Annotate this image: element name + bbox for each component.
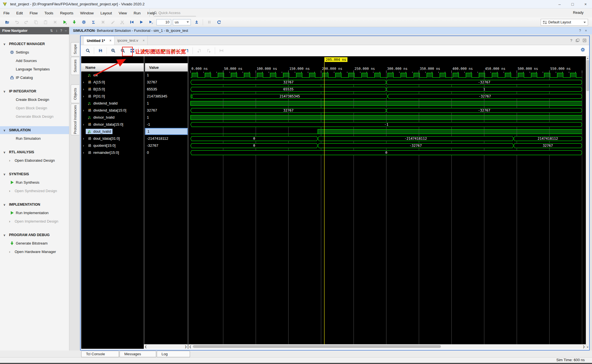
signal-row[interactable]: divisor_tvalid xyxy=(81,114,144,121)
menu-layout[interactable]: Layout xyxy=(97,10,115,16)
time-unit-dropdown[interactable]: us xyxy=(173,19,191,25)
expand-icon[interactable]: › xyxy=(81,108,86,112)
signal-row[interactable]: ›P[31:0] xyxy=(81,93,144,100)
sidebar-section-program-and-debug[interactable]: ∨PROGRAM AND DEBUG xyxy=(0,231,69,239)
scroll-right-icon[interactable]: ❯ xyxy=(582,345,586,348)
close-icon[interactable]: × xyxy=(585,29,587,33)
minimize-button[interactable]: – xyxy=(553,0,566,8)
tab-ipcore-test-v[interactable]: ipcore_test.v× xyxy=(114,36,148,45)
sidebar-item-create-block-design[interactable]: Create Block Design xyxy=(0,95,69,104)
wave-hscrollbar[interactable]: ❮ ❯ xyxy=(188,344,586,349)
run-all-icon[interactable] xyxy=(137,19,145,26)
tab-untitled-1-[interactable]: Untitled 1*× xyxy=(84,36,114,45)
side-tab-scope[interactable]: Scope xyxy=(71,42,79,56)
wave-settings-gear-icon[interactable] xyxy=(580,47,585,53)
signal-name-cell[interactable]: quotient[15:0] xyxy=(86,143,117,148)
sidebar-section-ip-integrator[interactable]: ∨IP INTEGRATOR xyxy=(0,87,69,95)
signal-value-cell[interactable]: 1 xyxy=(145,72,188,79)
signal-row[interactable]: ›dividend_tdata[15:0] xyxy=(81,107,144,114)
expand-icon[interactable]: › xyxy=(81,87,86,91)
signal-value-cell[interactable]: -1 xyxy=(145,121,188,128)
side-tab-objects[interactable]: Objects xyxy=(71,85,79,103)
sidebar-item-settings[interactable]: Settings xyxy=(0,48,69,56)
scroll-down-icon[interactable]: ▼ xyxy=(586,345,589,349)
signal-row[interactable]: ›B[15:0] xyxy=(81,86,144,93)
maximize-button[interactable]: □ xyxy=(566,0,579,8)
sidebar-section-rtl-analysis[interactable]: ∨RTL ANALYSIS xyxy=(0,148,69,156)
search-input[interactable]: Quick Access xyxy=(154,10,196,16)
close-icon[interactable]: × xyxy=(143,39,145,43)
sidebar-item-language-templates[interactable]: Language Templates xyxy=(0,65,69,73)
name-panel-hscrollbar[interactable]: ❮ ❯ xyxy=(144,344,188,349)
sidebar-item-ip-catalog[interactable]: IP Catalog xyxy=(0,73,69,82)
signal-value-cell[interactable]: 32767 xyxy=(145,79,188,86)
sidebar-section-simulation[interactable]: ∨SIMULATION xyxy=(0,126,69,134)
signal-name-cell[interactable]: divisor_tdata[15:0] xyxy=(86,122,125,127)
waveform-canvas[interactable]: 0.000 ns50.000 ns100.000 ns150.000 ns200… xyxy=(188,56,586,344)
signal-name-cell[interactable]: remainder[15:0] xyxy=(86,150,120,155)
signal-name-cell[interactable]: dividend_tvalid xyxy=(86,101,119,106)
expand-icon[interactable]: › xyxy=(81,80,86,84)
tab-messages[interactable]: Messages xyxy=(120,351,156,357)
signal-row[interactable]: ›divisor_tdata[15:0] xyxy=(81,121,144,128)
side-tab-sources[interactable]: Sources xyxy=(71,57,79,75)
expand-all-icon[interactable]: ↕ xyxy=(56,29,58,33)
close-icon[interactable]: × xyxy=(109,39,111,43)
side-tab-protocol-instances[interactable]: Protocol Instances xyxy=(71,104,79,135)
signal-value-cell[interactable]: 1 xyxy=(145,114,188,121)
find-icon[interactable] xyxy=(84,47,91,54)
signal-value-cell[interactable]: 32767 xyxy=(145,107,188,114)
signal-value-cell[interactable]: -2147418112 xyxy=(145,135,188,142)
sidebar-item-add-sources[interactable]: Add Sources xyxy=(0,56,69,65)
signal-name-cell[interactable]: dout_tvalid xyxy=(86,129,112,134)
help-icon[interactable]: ? xyxy=(579,29,581,33)
signal-name-cell[interactable]: P[31:0] xyxy=(86,94,106,99)
signal-value-cell[interactable]: 1 xyxy=(145,100,188,107)
tab-tcl-console[interactable]: Tcl Console xyxy=(81,351,119,357)
sidebar-section-implementation[interactable]: ∨IMPLEMENTATION xyxy=(0,201,69,208)
step-icon[interactable] xyxy=(193,19,200,26)
vertical-scrollbar[interactable]: ▲ ▼ xyxy=(586,56,589,349)
expand-icon[interactable]: › xyxy=(81,143,86,148)
open-project-icon[interactable] xyxy=(3,19,11,26)
signal-name-cell[interactable]: A[15:0] xyxy=(86,79,106,85)
signal-row[interactable]: ›quotient[15:0] xyxy=(81,142,144,149)
run-for-time-icon[interactable]: (T) xyxy=(147,19,155,26)
zoom-in-icon[interactable] xyxy=(109,47,117,54)
restart-simulation-icon[interactable] xyxy=(128,19,136,26)
scroll-up-icon[interactable]: ▲ xyxy=(586,56,589,60)
signal-name-cell[interactable]: B[15:0] xyxy=(86,86,106,92)
signal-value-cell[interactable]: 65535 xyxy=(145,86,188,93)
scroll-left-icon[interactable]: ❮ xyxy=(144,345,148,348)
sidebar-section-project-manager[interactable]: ∨PROJECT MANAGER xyxy=(0,40,69,48)
expand-icon[interactable]: › xyxy=(81,122,86,126)
signal-row[interactable]: dout_tvalid xyxy=(81,128,144,135)
sidebar-item-generate-bitstream[interactable]: Generate Bitstream xyxy=(0,239,69,247)
expand-icon[interactable]: › xyxy=(81,136,86,141)
sidebar-item-run-simulation[interactable]: Run Simulation xyxy=(0,134,69,143)
run-icon[interactable] xyxy=(61,19,69,26)
signal-row[interactable]: ›dout_tdata[31:0] xyxy=(81,135,144,142)
signal-value-cell[interactable]: -32767 xyxy=(145,142,188,149)
generate-bitstream-icon[interactable] xyxy=(70,19,78,26)
signal-row[interactable]: dividend_tvalid xyxy=(81,100,144,107)
menu-edit[interactable]: Edit xyxy=(13,10,26,16)
signal-name-cell[interactable]: divisor_tvalid xyxy=(86,115,116,120)
layout-selector-dropdown[interactable]: Default Layout xyxy=(541,19,588,26)
relaunch-icon[interactable] xyxy=(215,19,223,26)
run-time-input[interactable]: 10 xyxy=(156,19,171,25)
close-button[interactable]: × xyxy=(579,0,592,8)
menu-reports[interactable]: Reports xyxy=(57,10,77,16)
expand-icon[interactable]: › xyxy=(81,150,86,155)
signal-value-cell[interactable]: 1 xyxy=(145,128,188,135)
settings-gear-icon[interactable] xyxy=(80,19,88,26)
scroll-left-icon[interactable]: ❮ xyxy=(188,345,192,348)
sidebar-item-open-hardware-manager[interactable]: ›Open Hardware Manager xyxy=(0,247,69,256)
float-window-icon[interactable] xyxy=(576,39,579,42)
menu-tools[interactable]: Tools xyxy=(41,10,57,16)
scrollbar-thumb[interactable] xyxy=(586,60,589,91)
sidebar-item-open-elaborated-design[interactable]: ›Open Elaborated Design xyxy=(0,156,69,165)
scrollbar-thumb[interactable] xyxy=(193,345,441,348)
help-icon[interactable]: ? xyxy=(60,29,62,33)
menu-flow[interactable]: Flow xyxy=(26,10,41,16)
